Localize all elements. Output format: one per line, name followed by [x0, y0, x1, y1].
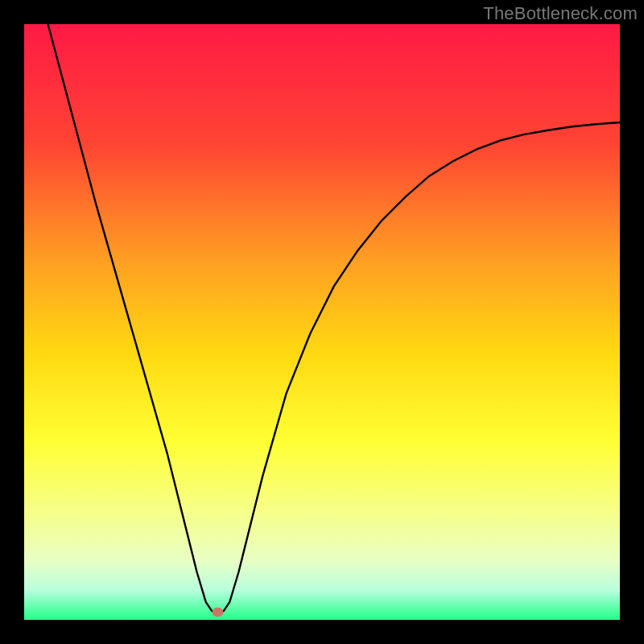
chart-area — [24, 24, 620, 620]
bottleneck-chart-svg — [24, 24, 620, 620]
optimal-point-marker — [213, 607, 224, 617]
watermark-text: TheBottleneck.com — [483, 3, 638, 24]
gradient-background — [24, 24, 620, 620]
